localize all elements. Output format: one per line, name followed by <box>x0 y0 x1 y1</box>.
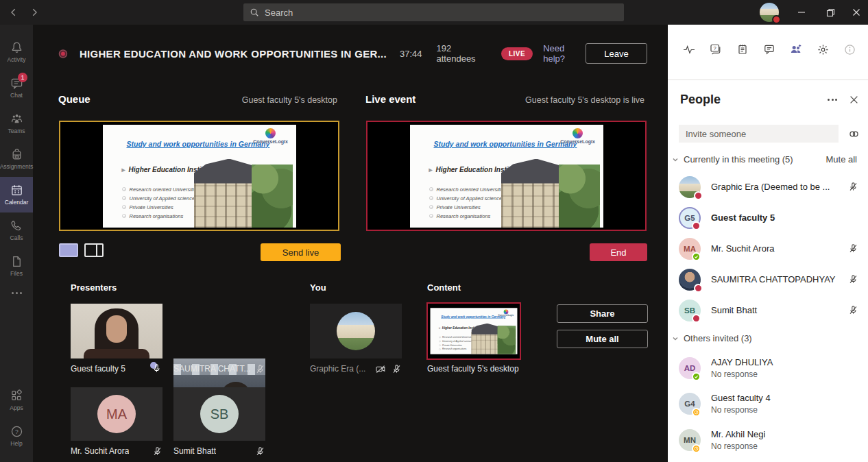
event-timer: 37:44 <box>400 49 422 59</box>
end-event-button[interactable]: End <box>590 243 647 261</box>
rail-item-calendar[interactable]: Calendar <box>0 177 33 212</box>
search-input[interactable] <box>265 8 618 18</box>
section-currently-in-meeting[interactable]: Currently in this meeting (5) Mute all <box>672 154 857 165</box>
panel-icon-bar: ? <box>668 42 868 56</box>
teams-icon <box>10 112 23 125</box>
mic-muted-icon <box>391 364 402 374</box>
event-title: HIGHER EDUCATION AND WORK OPPORTUNITIES … <box>80 48 387 60</box>
rail-item-assignments[interactable]: Assignments <box>0 141 33 177</box>
live-source: Guest faculty 5's desktop is live <box>525 95 644 105</box>
need-help-link[interactable]: Need help? <box>543 43 586 64</box>
status-available-icon <box>692 252 701 261</box>
chevron-down-icon <box>672 156 679 163</box>
converselogix-logo: ConverseLogix <box>250 128 292 144</box>
slide-preview: Study and work opportunities in Germany … <box>103 125 296 228</box>
status-available-icon <box>692 372 701 381</box>
invite-someone-input[interactable] <box>679 125 839 143</box>
content-tile-desktop[interactable]: Study and work opportunities in Germany … <box>426 302 521 360</box>
qna-icon[interactable]: ? <box>709 42 723 56</box>
svg-text:?: ? <box>714 45 716 51</box>
you-heading: You <box>310 282 326 293</box>
chevron-down-icon <box>672 335 679 342</box>
rail-bottom: Apps ? Help <box>0 382 33 462</box>
participant-row-saumitra[interactable]: SAUMITRA CHATTOPADHYAY <box>679 264 858 295</box>
status-away-icon <box>692 408 701 417</box>
share-button[interactable]: Share <box>557 304 648 323</box>
mic-muted-icon <box>255 446 265 457</box>
restore-button[interactable] <box>819 0 842 25</box>
presenter-name: Guest faculty 5 <box>71 364 125 374</box>
chat-unread-badge: 1 <box>18 73 27 82</box>
history-nav <box>8 0 40 25</box>
leave-button[interactable]: Leave <box>586 43 647 64</box>
event-health-icon[interactable] <box>682 42 696 56</box>
phone-icon <box>10 219 23 232</box>
status-busy-icon <box>694 191 703 200</box>
settings-icon[interactable] <box>816 42 830 56</box>
invited-row-akhil[interactable]: MN Mr. Akhil Negi No response <box>679 422 858 458</box>
panel-divider <box>668 80 868 80</box>
invited-row-guest-faculty-4[interactable]: G4 Guest faculty 4 No response <box>679 386 858 422</box>
mic-muted-icon <box>152 446 162 457</box>
live-preview: Study and work opportunities in Germany … <box>366 121 647 231</box>
section-others-invited[interactable]: Others invited (3) <box>672 333 857 343</box>
close-panel-icon[interactable] <box>849 95 858 104</box>
camera-off-icon <box>375 364 386 374</box>
rail-item-apps[interactable]: Apps <box>0 382 33 418</box>
presenter-tile-sumit[interactable]: SB <box>173 387 265 441</box>
participant-row-graphic-era[interactable]: Graphic Era (Deemed to be ... <box>679 171 858 202</box>
presenter-tile-suchit[interactable]: MA <box>71 387 162 441</box>
file-icon <box>10 255 23 268</box>
people-title: People <box>680 93 721 107</box>
forward-icon[interactable] <box>29 7 40 18</box>
user-avatar[interactable] <box>760 3 779 22</box>
calendar-icon <box>10 184 23 197</box>
participant-row-suchit[interactable]: MA Mr. Suchit Arora <box>679 233 858 264</box>
layout-single-button[interactable] <box>59 243 78 257</box>
presenter-tile-guest-faculty-5[interactable] <box>71 304 162 358</box>
participant-row-sumit[interactable]: SB Sumit Bhatt <box>679 295 858 326</box>
you-tile[interactable] <box>310 304 402 358</box>
invite-row <box>679 125 860 143</box>
queue-source: Guest faculty 5's desktop <box>242 95 337 105</box>
rail-item-activity[interactable]: Activity <box>0 34 33 70</box>
producer-stage: HIGHER EDUCATION AND WORK OPPORTUNITIES … <box>33 25 668 462</box>
layout-split-button[interactable] <box>84 243 104 257</box>
search-icon <box>250 8 259 17</box>
rail-more-button[interactable] <box>0 284 33 302</box>
help-icon: ? <box>10 425 23 438</box>
rail-item-files[interactable]: Files <box>0 248 33 284</box>
avatar: MA <box>97 395 136 433</box>
close-window-button[interactable] <box>845 0 868 25</box>
send-live-button[interactable]: Send live <box>261 243 341 261</box>
minimize-button[interactable] <box>790 0 813 25</box>
avatar: SB <box>200 395 239 433</box>
mic-muted-icon <box>848 274 858 284</box>
content-heading: Content <box>427 282 461 293</box>
live-header: Live event Guest faculty 5's desktop is … <box>365 93 644 105</box>
recording-icon <box>58 49 68 59</box>
rail-item-calls[interactable]: Calls <box>0 212 33 248</box>
participant-row-guest-faculty-5[interactable]: G5 Guest faculty 5 <box>679 202 858 233</box>
meeting-chat-icon[interactable] <box>762 42 776 56</box>
search-bar[interactable] <box>243 3 624 21</box>
people-more-options-icon[interactable] <box>826 96 839 104</box>
rail-item-teams[interactable]: Teams <box>0 106 33 141</box>
people-panel: ? People C <box>668 25 868 462</box>
bell-icon <box>10 41 23 54</box>
notes-icon[interactable] <box>736 42 749 56</box>
invited-row-ajay[interactable]: AD AJAY DHULIYA No response <box>679 350 858 386</box>
rail-item-chat[interactable]: 1 Chat <box>0 70 33 106</box>
rail-item-help[interactable]: ? Help <box>0 418 33 454</box>
info-icon[interactable] <box>843 42 856 56</box>
user-status-busy-icon <box>772 15 781 24</box>
back-icon[interactable] <box>8 7 19 18</box>
mic-muted-icon <box>848 182 858 192</box>
mute-all-link[interactable]: Mute all <box>825 154 857 165</box>
mute-all-button[interactable]: Mute all <box>557 330 648 348</box>
titlebar <box>0 0 868 25</box>
you-name: Graphic Era (... <box>310 364 365 374</box>
copy-link-icon[interactable] <box>848 128 860 140</box>
people-icon[interactable] <box>789 42 803 56</box>
queue-heading: Queue <box>58 93 91 105</box>
